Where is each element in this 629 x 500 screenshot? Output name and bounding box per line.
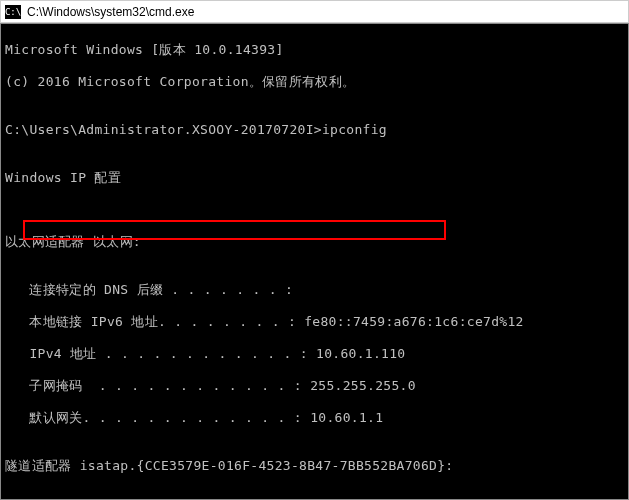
output-line: (c) 2016 Microsoft Corporation。保留所有权利。 [5,74,624,90]
terminal-output[interactable]: Microsoft Windows [版本 10.0.14393] (c) 20… [0,23,629,500]
output-line: Windows IP 配置 [5,170,624,186]
output-line: 连接特定的 DNS 后缀 . . . . . . . : [5,282,624,298]
ipv4-line: IPv4 地址 . . . . . . . . . . . . : 10.60.… [5,346,624,362]
adapter-header: 隧道适配器 isatap.{CCE3579E-016F-4523-8B47-7B… [5,458,624,474]
adapter-header: 以太网适配器 以太网: [5,234,624,250]
output-line: 本地链接 IPv6 地址. . . . . . . . : fe80::7459… [5,314,624,330]
window-titlebar[interactable]: C:\ C:\Windows\system32\cmd.exe [0,0,629,23]
prompt-line: C:\Users\Administrator.XSOOY-20170720I>i… [5,122,624,138]
cmd-icon: C:\ [5,5,21,19]
window-title: C:\Windows\system32\cmd.exe [27,5,194,19]
output-line: 子网掩码 . . . . . . . . . . . . : 255.255.2… [5,378,624,394]
output-line: Microsoft Windows [版本 10.0.14393] [5,42,624,58]
output-line: 默认网关. . . . . . . . . . . . . : 10.60.1.… [5,410,624,426]
